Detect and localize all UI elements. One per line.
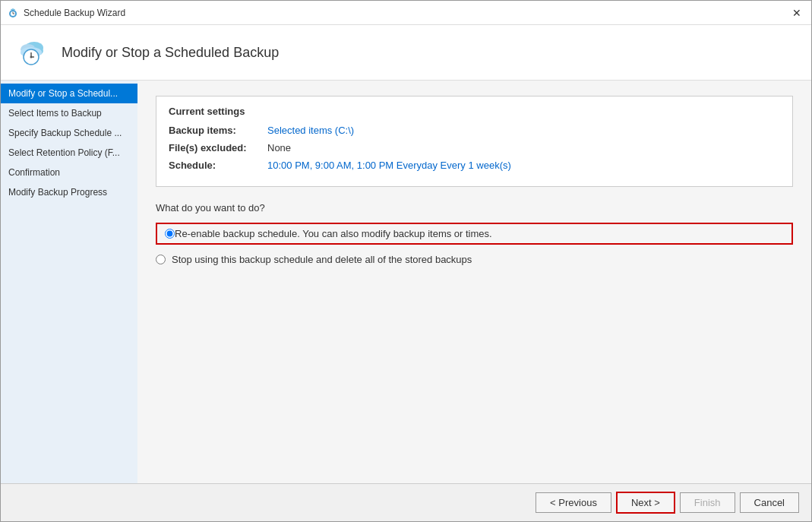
setting-row-schedule: Schedule: 10:00 PM, 9:00 AM, 1:00 PM Eve… bbox=[169, 160, 780, 171]
what-to-do-title: What do you want to do? bbox=[156, 202, 793, 214]
sidebar-item-backup-progress[interactable]: Modify Backup Progress bbox=[1, 182, 137, 202]
sidebar-item-confirmation[interactable]: Confirmation bbox=[1, 163, 137, 182]
option-stop-label[interactable]: Stop using this backup schedule and dele… bbox=[172, 254, 472, 265]
title-bar-left: Schedule Backup Wizard bbox=[7, 7, 125, 19]
option-reenable-radio[interactable] bbox=[165, 229, 175, 239]
what-to-do-section: What do you want to do? Re-enable backup… bbox=[156, 202, 793, 265]
schedule-value: 10:00 PM, 9:00 AM, 1:00 PM Everyday Ever… bbox=[267, 160, 511, 171]
backup-items-label: Backup items: bbox=[169, 125, 267, 136]
wizard-window: Schedule Backup Wizard ✕ Modify or Stop … bbox=[0, 0, 812, 522]
sidebar-item-modify-stop[interactable]: Modify or Stop a Schedul... bbox=[1, 84, 137, 103]
option-stop-radio[interactable] bbox=[156, 255, 166, 264]
header-title: Modify or Stop a Scheduled Backup bbox=[62, 45, 279, 61]
backup-items-value: Selected items (C:\) bbox=[267, 125, 354, 136]
cancel-button[interactable]: Cancel bbox=[740, 492, 799, 513]
option-stop-container: Stop using this backup schedule and dele… bbox=[156, 254, 793, 265]
next-button[interactable]: Next > bbox=[616, 492, 675, 514]
footer: < Previous Next > Finish Cancel bbox=[1, 483, 811, 521]
sidebar: Modify or Stop a Schedul... Select Items… bbox=[1, 81, 137, 483]
option-reenable-container: Re-enable backup schedule. You can also … bbox=[156, 223, 793, 245]
sidebar-item-retention-policy[interactable]: Select Retention Policy (F... bbox=[1, 143, 137, 163]
previous-button[interactable]: < Previous bbox=[536, 492, 611, 513]
current-settings-box: Current settings Backup items: Selected … bbox=[156, 96, 793, 187]
content-area: Modify or Stop a Schedul... Select Items… bbox=[1, 81, 811, 483]
header-icon bbox=[13, 34, 49, 71]
schedule-label: Schedule: bbox=[169, 160, 267, 171]
svg-point-11 bbox=[30, 56, 33, 59]
setting-row-backup-items: Backup items: Selected items (C:\) bbox=[169, 125, 780, 136]
sidebar-item-select-items[interactable]: Select Items to Backup bbox=[1, 103, 137, 123]
app-icon bbox=[7, 7, 19, 19]
setting-row-files-excluded: File(s) excluded: None bbox=[169, 142, 780, 153]
close-button[interactable]: ✕ bbox=[788, 5, 805, 21]
current-settings-title: Current settings bbox=[169, 106, 780, 117]
header-bar: Modify or Stop a Scheduled Backup bbox=[1, 25, 811, 81]
window-title: Schedule Backup Wizard bbox=[24, 8, 125, 18]
main-content: Current settings Backup items: Selected … bbox=[137, 81, 811, 483]
title-bar: Schedule Backup Wizard ✕ bbox=[1, 1, 811, 25]
files-excluded-value: None bbox=[267, 142, 291, 153]
files-excluded-label: File(s) excluded: bbox=[169, 142, 267, 153]
finish-button[interactable]: Finish bbox=[680, 492, 735, 513]
option-reenable-label[interactable]: Re-enable backup schedule. You can also … bbox=[175, 228, 492, 239]
sidebar-item-backup-schedule[interactable]: Specify Backup Schedule ... bbox=[1, 123, 137, 143]
